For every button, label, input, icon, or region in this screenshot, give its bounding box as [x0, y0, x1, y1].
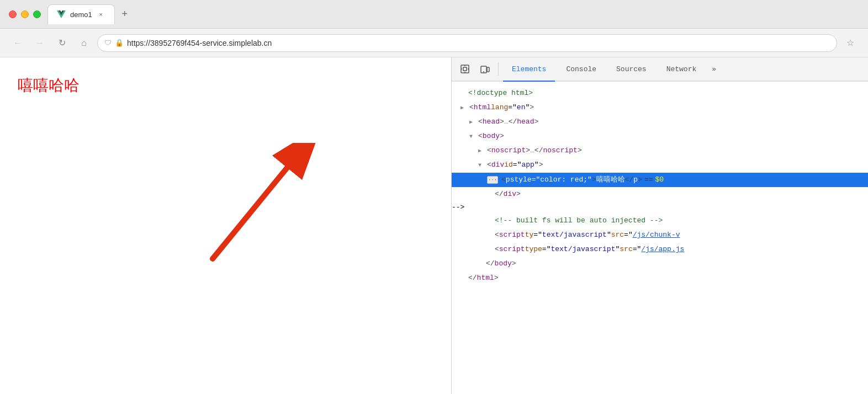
close-button[interactable] — [9, 10, 17, 18]
tab-favicon — [57, 10, 66, 19]
svg-line-1 — [213, 168, 287, 259]
doctype-text: <!doctype html> — [468, 87, 533, 99]
element-picker-button[interactable] — [456, 60, 474, 78]
toolbar-separator — [498, 62, 499, 76]
dom-doctype: <!doctype html> — [452, 86, 868, 100]
page-heading: 嘻嘻哈哈 — [18, 75, 433, 96]
svg-point-5 — [483, 71, 484, 72]
dom-body-open[interactable]: <body> — [452, 129, 868, 143]
dom-div-app-close: </div> — [452, 187, 868, 201]
tab-title: demo1 — [70, 10, 92, 19]
webpage-content: 嘻嘻哈哈 — [0, 57, 451, 394]
traffic-lights — [9, 10, 41, 18]
bookmark-button[interactable]: ☆ — [841, 34, 859, 52]
title-bar: demo1 × + — [0, 0, 868, 29]
annotation-arrow — [196, 143, 317, 270]
tab-elements[interactable]: Elements — [503, 57, 555, 82]
nav-bar: ← → ↻ ⌂ 🛡 🔒 https://38952769f454-service… — [0, 29, 868, 57]
minimize-button[interactable] — [21, 10, 29, 18]
refresh-button[interactable]: ↻ — [53, 34, 71, 52]
tab-network[interactable]: Network — [658, 57, 706, 82]
dom-script-app: <script type="text/javascript" src=" /js… — [452, 242, 868, 257]
new-tab-button[interactable]: + — [117, 7, 133, 22]
tab-close-button[interactable]: × — [97, 10, 105, 19]
device-toggle-button[interactable] — [476, 60, 494, 78]
tab-console[interactable]: Console — [557, 57, 605, 82]
dom-comment: <!-- built f hidden s will be auto injec… — [452, 214, 868, 228]
more-tabs-button[interactable]: » — [707, 57, 721, 81]
dom-html-close: </html> — [452, 271, 868, 285]
back-button[interactable]: ← — [9, 34, 27, 52]
script-chunk-link[interactable]: /js/chunk-v — [633, 229, 680, 241]
script-app-link[interactable]: /js/app.js — [641, 243, 684, 255]
tab-sources[interactable]: Sources — [607, 57, 655, 82]
shield-icon: 🛡 — [104, 39, 112, 47]
tab-bar: demo1 × + — [47, 4, 859, 24]
dom-script-chunk: <script ty hidden ="text/javascript" src… — [452, 228, 868, 242]
browser-tab[interactable]: demo1 × — [47, 4, 115, 24]
expand-dots[interactable]: ··· — [487, 176, 498, 184]
lock-icon: 🔒 — [115, 39, 124, 47]
svg-rect-2 — [461, 65, 469, 73]
dom-noscript[interactable]: <noscript> … </noscript> — [452, 143, 868, 158]
dom-body-close: </body > — [452, 257, 868, 271]
maximize-button[interactable] — [33, 10, 41, 18]
dom-tree: <!doctype html> <html lang="en" > <head>… — [452, 82, 868, 394]
devtools-toolbar: Elements Console Sources Network » — [452, 57, 868, 82]
svg-rect-4 — [487, 67, 489, 72]
home-button[interactable]: ⌂ — [75, 34, 93, 52]
forward-button[interactable]: → — [31, 34, 49, 52]
dom-head[interactable]: <head> … </head> — [452, 115, 868, 129]
dom-html-open[interactable]: <html lang="en" > — [452, 100, 868, 115]
url-text: https://38952769f454-service.simplelab.c… — [127, 39, 272, 47]
devtools-panel: Elements Console Sources Network » <!doc… — [451, 57, 868, 394]
dom-div-app-open[interactable]: <div id="app" > — [452, 158, 868, 172]
dom-p-selected[interactable]: ··· <p style="color: red;" > 嘻嘻哈哈 </p> =… — [452, 173, 868, 187]
address-bar[interactable]: 🛡 🔒 https://38952769f454-service.simplel… — [97, 34, 837, 52]
main-area: 嘻嘻哈哈 — [0, 57, 868, 394]
